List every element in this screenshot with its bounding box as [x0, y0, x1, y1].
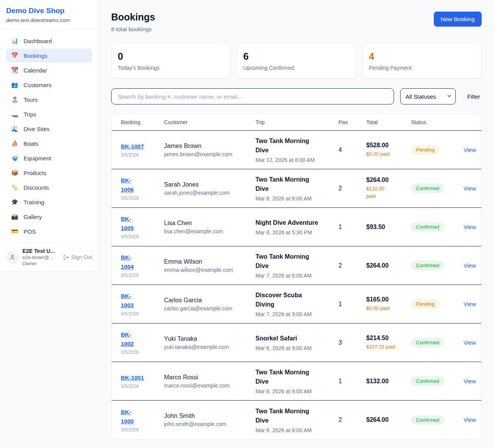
sidebar-item-trips[interactable]: 🚤 Trips	[6, 107, 92, 121]
trip-name: Two Tank Morning Dive	[255, 368, 338, 386]
booking-id-link[interactable]: BK- 1004	[121, 254, 134, 270]
table-row: BK-1007 3/5/2026 James Brown james.brown…	[112, 131, 481, 169]
sidebar-item-discounts[interactable]: 🏷️ Discounts	[6, 180, 92, 194]
trip-cell: Night Dive Adventure Mar 8, 2026 at 5:30…	[255, 218, 338, 236]
sidebar-item-calendar[interactable]: 📆 Calendar	[6, 63, 92, 77]
app-domain: demo.test.divestreams.com	[6, 17, 92, 23]
user-email: e2e-tester@...	[22, 255, 59, 260]
sign-out-button[interactable]: Sign Out	[63, 254, 92, 260]
sidebar-item-training[interactable]: 🎓 Training	[6, 195, 92, 209]
page-title: Bookings	[111, 12, 155, 23]
trip-date: Mar 6, 2026 at 8:00 AM	[255, 388, 338, 394]
customer-name: Yuki Tanaka	[164, 335, 255, 342]
trip-name: Two Tank Morning Dive	[255, 136, 338, 155]
trip-cell: Two Tank Morning Dive Mar 12, 2026 at 8:…	[255, 136, 338, 163]
booking-id-link[interactable]: BK- 1006	[121, 177, 134, 193]
trip-cell: Two Tank Morning Dive Mar 7, 2026 at 8:0…	[255, 252, 338, 279]
search-input[interactable]	[111, 88, 394, 104]
view-link[interactable]: View	[464, 224, 476, 230]
sidebar-item-customers[interactable]: 👥 Customers	[6, 78, 92, 92]
speedboat-icon: 🚤	[11, 111, 19, 118]
customer-email: lisa.chen@example.com	[164, 228, 255, 234]
trip-name: Two Tank Morning Dive	[255, 175, 338, 194]
sidebar-item-tours[interactable]: 🏝️ Tours	[6, 93, 92, 106]
booking-cell: BK- 1004 3/5/2026	[121, 253, 164, 278]
sidebar-item-bookings[interactable]: 📅 Bookings	[6, 49, 92, 62]
new-booking-button[interactable]: New Booking	[434, 12, 482, 27]
customer-name: Sarah Jones	[164, 181, 255, 188]
paid-amount: $107.25 paid	[366, 344, 411, 351]
view-link[interactable]: View	[464, 416, 476, 423]
status-select-wrap: All Statuses	[400, 88, 456, 104]
app-title: Demo Dive Shop	[6, 7, 92, 15]
booking-id-link[interactable]: BK- 1003	[121, 293, 134, 308]
customer-cell: James Brown james.brown@example.com	[164, 143, 255, 157]
total-amount: $264.00	[366, 262, 411, 269]
trip-name: Two Tank Morning Dive	[255, 252, 338, 271]
filter-row: All Statuses Filter	[111, 88, 482, 104]
users-icon: 👥	[11, 81, 19, 88]
sidebar-user-footer: E2E Test U... e2e-tester@... Owner Sign …	[0, 243, 98, 271]
trip-date: Mar 8, 2026 at 8:00 AM	[255, 195, 338, 202]
customer-email: james.brown@example.com	[164, 151, 255, 157]
customer-cell: Lisa Chen lisa.chen@example.com	[164, 220, 255, 234]
booking-id-link[interactable]: BK-1001	[121, 374, 144, 381]
view-link[interactable]: View	[464, 378, 476, 384]
package-icon: 📦	[11, 169, 19, 176]
customer-cell: Marco Rossi marco.rossi@example.com	[164, 374, 255, 389]
sidebar-item-products[interactable]: 📦 Products	[6, 166, 92, 180]
booking-id-link[interactable]: BK- 1000	[121, 409, 134, 424]
sign-out-label: Sign Out	[71, 254, 92, 260]
filter-button[interactable]: Filter	[467, 93, 480, 100]
view-link[interactable]: View	[464, 339, 476, 346]
table-row: BK- 1002 3/5/2026 Yuki Tanaka yuki.tanak…	[112, 323, 481, 362]
sidebar-item-dashboard[interactable]: 📊 Dashboard	[6, 34, 92, 48]
customer-name: Emma Wilson	[164, 258, 255, 265]
status-badge: Confirmed	[411, 376, 444, 386]
sidebar-item-pos[interactable]: 💳 POS	[6, 224, 92, 238]
status-cell: Confirmed	[411, 222, 464, 232]
booking-id-link[interactable]: BK-1007	[121, 143, 144, 150]
booking-date: 3/5/2026	[121, 427, 164, 433]
view-cell: View	[464, 185, 476, 192]
pax-cell: 3	[338, 339, 366, 346]
customer-email: emma.wilson@example.com	[164, 267, 255, 273]
total-cell: $214.50 $107.25 paid	[366, 335, 411, 351]
sidebar-item-dive-sites[interactable]: 🌊 Dive Sites	[6, 122, 92, 136]
booking-cell: BK- 1005 3/5/2026	[121, 214, 164, 239]
booking-id-link[interactable]: BK- 1002	[121, 331, 134, 347]
customer-name: Marco Rossi	[164, 374, 255, 381]
status-select[interactable]: All Statuses	[400, 88, 456, 104]
customer-email: marco.rossi@example.com	[164, 382, 255, 389]
customer-cell: Sarah Jones sarah.jones@example.com	[164, 181, 255, 196]
total-amount: $165.00	[366, 296, 411, 303]
pax-cell: 1	[338, 378, 366, 385]
view-link[interactable]: View	[464, 185, 476, 192]
total-cell: $264.00	[366, 262, 411, 269]
table-header-row: BookingCustomerTripPaxTotalStatus	[112, 114, 481, 131]
view-link[interactable]: View	[464, 147, 476, 153]
paid-amount: $0.00 paid	[366, 305, 411, 312]
view-link[interactable]: View	[464, 301, 476, 307]
booking-date: 3/5/2026	[121, 273, 164, 278]
sidebar-item-boats[interactable]: ⛵ Boats	[6, 136, 92, 150]
trip-name: Snorkel Safari	[255, 334, 338, 343]
trip-date: Mar 7, 2026 at 9:00 AM	[255, 311, 338, 317]
customer-name: Lisa Chen	[164, 220, 255, 227]
pax-cell: 1	[338, 301, 366, 308]
trip-cell: Snorkel Safari Mar 6, 2026 at 9:00 AM	[255, 334, 338, 351]
customer-email: carlos.garcia@example.com	[164, 305, 255, 312]
status-cell: Confirmed	[411, 338, 464, 347]
column-header-status: Status	[411, 119, 464, 125]
customer-cell: Emma Wilson emma.wilson@example.com	[164, 258, 255, 273]
sidebar-item-equipment[interactable]: 🤿 Equipment	[6, 151, 92, 165]
total-amount: $528.00	[366, 142, 411, 149]
booking-id-link[interactable]: BK- 1005	[121, 216, 134, 231]
status-cell: Confirmed	[411, 261, 464, 270]
stat-value: 4	[369, 51, 475, 62]
pax-cell: 2	[338, 185, 366, 192]
sidebar-header: Demo Dive Shop demo.test.divestreams.com	[0, 0, 98, 29]
view-link[interactable]: View	[464, 262, 476, 269]
sidebar-item-gallery[interactable]: 📸 Gallery	[6, 210, 92, 224]
trip-date: Mar 6, 2026 at 9:00 AM	[255, 345, 338, 351]
